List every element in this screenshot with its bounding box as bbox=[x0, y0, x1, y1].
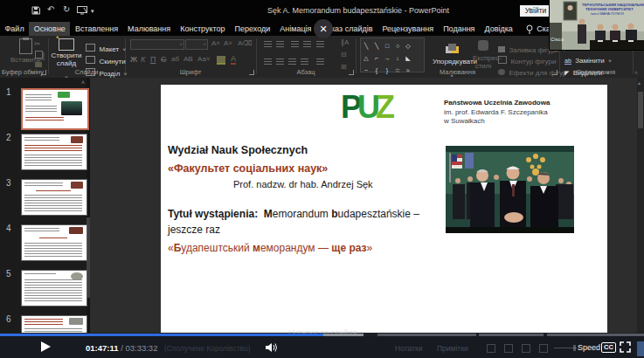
play-icon[interactable] bbox=[41, 341, 51, 352]
grow-font-icon[interactable]: A˄ bbox=[211, 39, 220, 47]
shape-triangle-icon[interactable]: △ bbox=[361, 53, 371, 63]
shape-oval-icon[interactable]: ○ bbox=[392, 41, 403, 51]
shape-diamond-icon[interactable]: ◇ bbox=[403, 41, 413, 51]
align-text-icon[interactable]: ⊟ bbox=[341, 51, 347, 59]
reading-view-icon[interactable] bbox=[522, 344, 530, 353]
speed-button[interactable]: Speed bbox=[578, 343, 600, 352]
shapes-gallery[interactable]: ╲╲□○◇ △⌐→↓◣ ~{}☆≈ bbox=[360, 38, 425, 72]
cut-icon[interactable]: ✂ bbox=[34, 39, 41, 48]
notes-button-ghost[interactable]: Нотатки bbox=[395, 344, 422, 353]
line-spacing-icon[interactable] bbox=[316, 41, 324, 47]
drawing-dialog-launcher[interactable] bbox=[552, 70, 557, 75]
slide-thumbnail-3[interactable] bbox=[21, 179, 87, 216]
shape-rectangle-icon[interactable]: □ bbox=[382, 41, 392, 51]
tab-transitions[interactable]: Переходи bbox=[230, 22, 275, 36]
thumbnail-text-block bbox=[24, 137, 59, 141]
fullscreen-icon[interactable] bbox=[620, 341, 631, 353]
shape-arrow-right-icon[interactable]: → bbox=[382, 53, 392, 63]
panel-scroll-up-icon[interactable]: ˄ bbox=[81, 79, 85, 86]
change-case-icon[interactable]: Аа˅ bbox=[197, 55, 211, 63]
font-size-combo[interactable]: ˅ bbox=[185, 39, 208, 50]
thumbnail-text-block bbox=[25, 94, 52, 101]
layout-icon bbox=[86, 44, 95, 52]
quick-styles-button[interactable]: Експрес- стилі bbox=[473, 38, 494, 70]
customize-qat-icon[interactable]: ▾ bbox=[91, 7, 94, 16]
font-color-icon[interactable]: А bbox=[231, 54, 236, 65]
shape-arrow-down-icon[interactable]: ↓ bbox=[392, 53, 403, 63]
slide-thumbnail-5[interactable] bbox=[21, 270, 87, 306]
slide-canvas[interactable]: PUZ Państwowa Uczelnia Zawodowa im. prof… bbox=[161, 85, 607, 333]
new-slide-button[interactable]: * Створити слайд ˅ bbox=[50, 38, 83, 83]
slide-thumbnail-6[interactable] bbox=[21, 315, 87, 333]
thumbnail-text-block bbox=[24, 182, 63, 187]
start-slideshow-icon[interactable] bbox=[77, 6, 87, 15]
text-direction-icon[interactable]: ∥A bbox=[341, 38, 349, 46]
indent-increase-icon[interactable] bbox=[303, 41, 311, 47]
closed-captions-button[interactable]: CC bbox=[601, 342, 616, 353]
reset-icon bbox=[86, 56, 95, 64]
clear-format-icon[interactable]: A⌫ bbox=[238, 39, 253, 47]
shape-corner-icon[interactable]: ◣ bbox=[403, 53, 413, 63]
tab-insert[interactable]: Вставлення bbox=[70, 22, 122, 36]
normal-view-icon[interactable] bbox=[487, 344, 495, 353]
underline-icon[interactable]: П bbox=[150, 55, 156, 64]
slide-thumbnail-4[interactable] bbox=[21, 224, 87, 261]
tab-home[interactable]: Основне bbox=[29, 22, 70, 36]
shape-line-icon[interactable]: ╲ bbox=[361, 41, 371, 51]
italic-icon[interactable]: К bbox=[141, 55, 145, 64]
font-name-combo[interactable]: ˅ bbox=[130, 39, 184, 50]
tab-view[interactable]: Подання bbox=[439, 22, 480, 36]
indent-decrease-icon[interactable] bbox=[291, 41, 299, 47]
align-right-icon[interactable] bbox=[288, 59, 296, 65]
thumbnail-image bbox=[61, 101, 82, 115]
tab-design[interactable]: Конструктор bbox=[176, 22, 230, 36]
video-overlay-close-icon[interactable]: ✕ bbox=[314, 19, 333, 38]
slide-scrollbar[interactable]: ▴ bbox=[637, 78, 644, 333]
slide-sorter-view-icon[interactable] bbox=[504, 344, 513, 353]
align-left-icon[interactable] bbox=[264, 59, 272, 65]
comments-button-ghost[interactable]: Примітки bbox=[437, 344, 468, 353]
copy-icon[interactable] bbox=[35, 51, 43, 59]
scroll-up-icon[interactable]: ▴ bbox=[638, 79, 641, 86]
tab-help[interactable]: Довідка bbox=[480, 22, 517, 36]
highlight-color-icon[interactable] bbox=[217, 56, 225, 65]
volume-icon[interactable] bbox=[265, 342, 278, 353]
clipboard-dialog-launcher[interactable] bbox=[41, 70, 46, 75]
tab-file[interactable]: Файл bbox=[0, 22, 29, 36]
strikethrough-icon[interactable]: С bbox=[161, 55, 167, 64]
shape-elbow-icon[interactable]: ⌐ bbox=[371, 53, 382, 63]
paragraph-dialog-launcher[interactable] bbox=[349, 70, 354, 75]
text-shadow-icon[interactable]: аб bbox=[171, 55, 179, 63]
slide-thumbnail-2[interactable] bbox=[21, 134, 87, 170]
time-display: 01:47:11 / 03:33:32 bbox=[86, 343, 157, 353]
undo-icon[interactable]: ↶ bbox=[47, 5, 54, 14]
shrink-font-icon[interactable]: A˅ bbox=[224, 39, 232, 47]
ribbon: Вставити ✂ Буфер обміну * Створити слайд… bbox=[0, 36, 644, 78]
numbering-icon[interactable] bbox=[276, 41, 284, 47]
char-spacing-icon[interactable]: АВ bbox=[184, 55, 193, 63]
thumbnail-text-block bbox=[24, 273, 56, 276]
justify-icon[interactable] bbox=[301, 59, 308, 65]
shape-arrow-line-icon[interactable]: ╲ bbox=[371, 41, 382, 51]
thumbnail-text-block bbox=[24, 279, 82, 302]
align-center-icon[interactable] bbox=[276, 59, 284, 65]
redo-icon[interactable]: ↻ bbox=[63, 5, 70, 14]
tab-animations[interactable]: Анімація bbox=[275, 22, 316, 36]
collapse-ribbon-icon[interactable]: ˄ bbox=[634, 70, 638, 76]
wall-portrait bbox=[564, 2, 577, 20]
quick-styles-icon bbox=[478, 40, 488, 51]
slideshow-view-icon[interactable] bbox=[539, 344, 548, 353]
columns-icon[interactable] bbox=[316, 59, 324, 65]
bold-icon[interactable]: Ж bbox=[130, 55, 137, 64]
font-dialog-launcher[interactable] bbox=[249, 70, 254, 75]
save-icon[interactable] bbox=[31, 6, 40, 15]
slide-thumbnail-1[interactable] bbox=[21, 88, 89, 130]
scrollbar-thumb[interactable] bbox=[638, 92, 643, 128]
thumbnail-text-block bbox=[24, 228, 59, 232]
bullets-icon[interactable] bbox=[264, 41, 272, 47]
zoom-slider-handle[interactable] bbox=[573, 345, 576, 351]
tab-review[interactable]: Рецензування bbox=[377, 22, 439, 36]
format-painter-icon[interactable] bbox=[35, 62, 42, 67]
sign-in-button[interactable]: Увійти bbox=[520, 5, 551, 17]
tab-draw[interactable]: Малювання bbox=[123, 22, 176, 36]
